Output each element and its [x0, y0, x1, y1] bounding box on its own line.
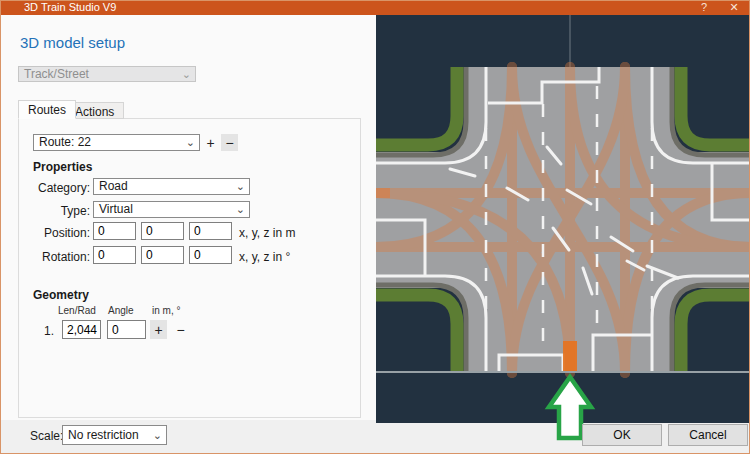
help-icon[interactable]: ? — [692, 0, 716, 15]
add-route-button[interactable]: + — [202, 134, 219, 151]
lane-direction-marks — [450, 147, 678, 294]
stop-lines — [376, 67, 750, 373]
rotation-unit-label: x, y, z in ° — [239, 250, 290, 264]
category-label: Category: — [20, 181, 90, 195]
model-type-value: Track/Street — [24, 67, 89, 81]
geometry-col-angle: Angle — [108, 305, 134, 316]
route-select-value: Route: 22 — [39, 135, 91, 149]
tab-routes[interactable]: Routes — [18, 100, 76, 119]
route-overlay — [376, 67, 750, 373]
type-label: Type: — [20, 204, 90, 218]
cancel-button[interactable]: Cancel — [668, 424, 748, 446]
rotation-z-field[interactable] — [189, 246, 232, 264]
scale-value: No restriction — [68, 428, 139, 442]
category-value: Road — [99, 179, 128, 193]
geometry-row-index: 1. — [44, 324, 54, 338]
preview-background — [376, 15, 750, 423]
remove-geometry-segment-button[interactable]: − — [172, 320, 189, 339]
geometry-angle-field[interactable] — [107, 320, 146, 339]
grass-verges — [376, 67, 750, 373]
selected-route-segment[interactable] — [563, 341, 577, 373]
geometry-col-unit: in m, ° — [152, 305, 180, 316]
rotation-x-field[interactable] — [93, 246, 136, 264]
chevron-down-icon: ⌄ — [236, 179, 245, 194]
chevron-down-icon: ⌄ — [186, 135, 195, 150]
close-icon[interactable]: ✕ — [722, 0, 746, 15]
position-z-field[interactable] — [189, 222, 232, 240]
window-title: 3D Train Studio V9 — [24, 1, 116, 13]
dialog-window: 3D Train Studio V9 ? ✕ 3D model setup Tr… — [0, 0, 750, 454]
add-geometry-segment-button[interactable]: + — [150, 320, 167, 339]
scale-label: Scale: — [30, 429, 63, 443]
scale-dropdown[interactable]: No restriction ⌄ — [62, 425, 167, 445]
type-value: Virtual — [99, 202, 133, 216]
page-title: 3D model setup — [20, 34, 125, 51]
route-endpoint-marker — [376, 188, 390, 198]
remove-route-button[interactable]: − — [221, 134, 238, 151]
category-dropdown[interactable]: Road ⌄ — [93, 178, 250, 195]
rotation-label: Rotation: — [20, 250, 90, 264]
chevron-down-icon: ⌄ — [236, 202, 245, 217]
position-unit-label: x, y, z in m — [239, 226, 295, 240]
titlebar: 3D Train Studio V9 ? ✕ — [0, 0, 750, 15]
position-y-field[interactable] — [141, 222, 184, 240]
geometry-section-title: Geometry — [33, 288, 89, 302]
model-preview-viewport[interactable] — [376, 15, 750, 454]
road-surface — [376, 67, 750, 373]
ok-button[interactable]: OK — [582, 424, 662, 446]
properties-section-title: Properties — [33, 160, 92, 174]
model-type-dropdown[interactable]: Track/Street ⌄ — [18, 66, 196, 82]
geometry-lenrad-field[interactable] — [62, 320, 101, 339]
position-x-field[interactable] — [93, 222, 136, 240]
curb-bands — [376, 67, 750, 373]
geometry-col-lenrad: Len/Rad — [58, 305, 96, 316]
chevron-down-icon: ⌄ — [153, 426, 162, 444]
position-label: Position: — [20, 226, 90, 240]
lane-divider-dashes — [486, 86, 652, 352]
rotation-y-field[interactable] — [141, 246, 184, 264]
route-select-dropdown[interactable]: Route: 22 ⌄ — [33, 134, 200, 151]
type-dropdown[interactable]: Virtual ⌄ — [93, 201, 250, 218]
chevron-down-icon: ⌄ — [182, 67, 191, 82]
road-edge-lines — [376, 67, 750, 373]
